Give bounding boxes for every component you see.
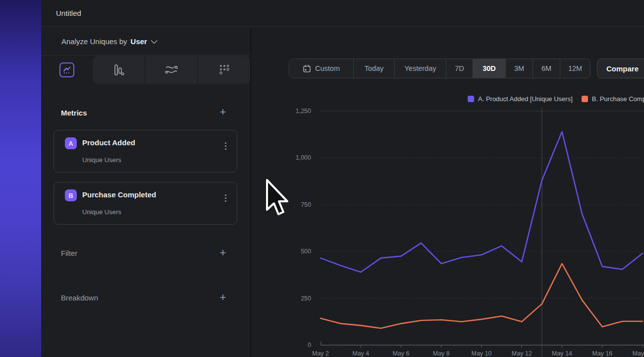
legend-label: B. Purchase Completed [Unique Users] (592, 95, 644, 103)
y-axis-label: 1,000 (296, 154, 311, 161)
metric-name[interactable]: Purchase Completed (82, 190, 156, 199)
report-type-tabs (41, 56, 250, 112)
range-today[interactable]: Today (353, 59, 394, 78)
legend-label: A. Product Added [Unique Users] (478, 95, 573, 103)
x-axis-label: May 12 (512, 350, 532, 357)
metrics-heading: Metrics (61, 109, 87, 117)
query-builder-sidebar: Analyze Uniques by User (41, 27, 250, 357)
calendar-icon (303, 64, 311, 73)
kebab-menu-icon[interactable] (222, 194, 229, 204)
y-axis-label: 750 (301, 201, 311, 208)
range-12m[interactable]: 12M (560, 59, 590, 78)
range-yesterday[interactable]: Yesterday (394, 59, 446, 78)
x-axis-label: May 16 (592, 350, 612, 357)
metric-measure[interactable]: Unique Users (82, 208, 121, 216)
dots-grid-icon (218, 63, 231, 76)
metric-card-b[interactable]: B Purchase Completed Unique Users (54, 182, 237, 225)
y-axis-label: 500 (301, 248, 311, 255)
analyze-prefix-label: Analyze Uniques by (61, 37, 127, 46)
kebab-menu-icon[interactable] (222, 142, 229, 152)
tab-flows[interactable] (145, 56, 198, 84)
x-axis-label: May 6 (392, 350, 409, 357)
y-axis-label: 0 (308, 342, 311, 349)
add-filter-button[interactable]: + (218, 248, 228, 258)
metric-badge-b: B (65, 189, 77, 201)
tab-retention[interactable] (197, 56, 250, 84)
chart-panel: 02505007501,0001,250May 2May 4May 6May 8… (251, 27, 644, 357)
metric-measure[interactable]: Unique Users (82, 156, 121, 164)
legend-item-a[interactable]: A. Product Added [Unique Users] (468, 95, 573, 103)
analytics-app-window: Untitled Analyze Uniques by User (41, 0, 644, 357)
x-axis-label: May 2 (312, 350, 329, 357)
analyze-uniques-row: Analyze Uniques by User (41, 27, 250, 56)
metric-card-a[interactable]: A Product Added Unique Users (54, 130, 237, 173)
series-line-a-product-added[interactable] (321, 132, 643, 272)
y-axis-label: 1,250 (296, 108, 311, 115)
legend-swatch (468, 96, 474, 102)
range-custom[interactable]: Custom (289, 59, 353, 78)
analyze-entity-dropdown[interactable]: User (131, 37, 147, 46)
range-6m[interactable]: 6M (533, 59, 560, 78)
chevron-down-icon[interactable] (151, 37, 158, 44)
range-3m[interactable]: 3M (505, 59, 533, 78)
inactive-tabs-strip (93, 56, 250, 84)
x-axis-label: May 10 (472, 350, 492, 357)
add-metric-button[interactable]: + (218, 108, 228, 118)
desktop-wallpaper (0, 0, 41, 357)
date-range-selector: CustomTodayYesterday7D30D3M6M12M (289, 59, 590, 78)
breakdown-heading: Breakdown (61, 294, 98, 302)
add-breakdown-button[interactable]: + (218, 293, 228, 303)
metric-name[interactable]: Product Added (82, 138, 135, 147)
range-30d[interactable]: 30D (473, 59, 505, 78)
tab-funnels[interactable] (93, 56, 145, 84)
x-axis-label: May 8 (433, 350, 450, 357)
legend-item-b[interactable]: B. Purchase Completed [Unique Users] (582, 95, 644, 103)
range-7d[interactable]: 7D (446, 59, 473, 78)
series-line-b-purchase-completed[interactable] (321, 264, 643, 328)
tab-insights[interactable] (41, 56, 93, 84)
x-axis-label: May 18 (633, 350, 644, 357)
chart-legend: A. Product Added [Unique Users]B. Purcha… (468, 95, 644, 103)
line-chart-icon (59, 62, 74, 77)
compare-button[interactable]: Compare (597, 59, 644, 78)
x-axis-label: May 4 (352, 350, 369, 357)
x-axis-label: May 14 (552, 350, 572, 357)
y-axis-label: 250 (301, 295, 311, 302)
top-bar: Untitled (41, 0, 644, 27)
report-title[interactable]: Untitled (56, 0, 81, 27)
filter-heading: Filter (61, 249, 77, 257)
flow-waves-icon (164, 63, 178, 76)
legend-swatch (582, 96, 588, 102)
bar-chart-icon (112, 63, 125, 76)
metric-badge-a: A (65, 137, 77, 149)
